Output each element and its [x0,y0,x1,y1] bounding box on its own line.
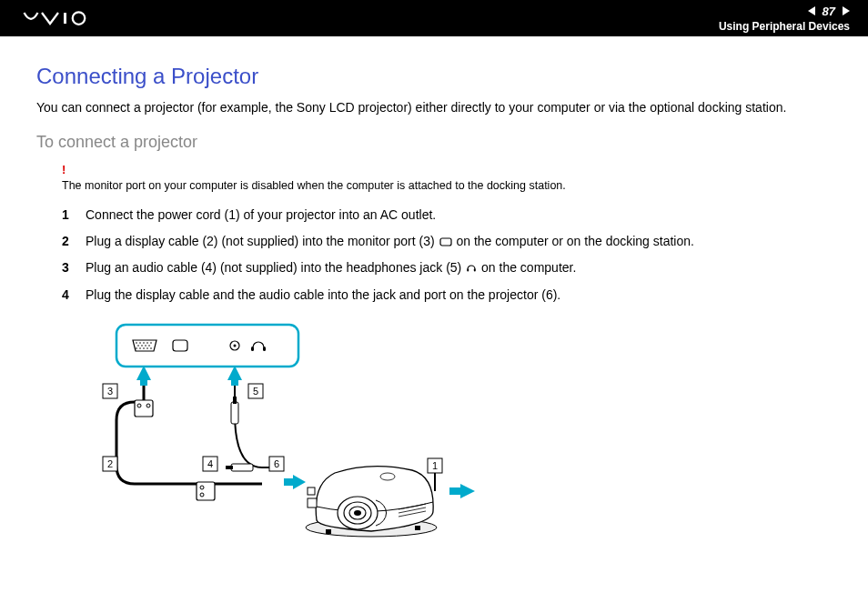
vaio-logo [18,10,109,26]
step-item: 2 Plug a display cable (2) (not supplied… [62,232,832,251]
svg-point-24 [234,344,237,347]
next-page-arrow-icon[interactable] [841,5,850,18]
svg-rect-60 [415,526,420,530]
diagram-label: 1 [432,460,438,471]
svg-rect-5 [467,269,469,272]
step-text: Plug an audio cable (4) (not supplied) i… [86,258,576,277]
svg-rect-36 [197,482,215,500]
svg-point-20 [146,347,148,349]
step-text: Plug the display cable and the audio cab… [86,286,560,304]
page-content: Connecting a Projector You can connect a… [0,36,868,575]
svg-point-12 [150,342,152,344]
svg-rect-41 [231,464,253,471]
svg-rect-22 [173,340,187,351]
step-text: Connect the power cord (1) of your proje… [86,206,436,224]
svg-point-1 [73,12,86,25]
svg-rect-28 [140,378,147,386]
warning-text: The monitor port on your computer is dis… [62,179,566,192]
diagram-label: 2 [107,458,113,469]
svg-marker-2 [808,6,815,15]
svg-rect-39 [231,402,238,424]
svg-point-21 [150,347,152,349]
svg-rect-25 [251,347,254,351]
step-number: 1 [62,206,73,224]
svg-rect-30 [231,378,238,386]
svg-point-10 [143,342,145,344]
svg-marker-29 [227,366,242,380]
warning-note: ! The monitor port on your computer is d… [62,163,832,193]
intro-paragraph: You can connect a projector (for example… [36,98,832,116]
connection-diagram: 3 5 [89,320,832,557]
svg-point-17 [136,347,137,349]
monitor-port-icon [439,233,452,251]
warning-mark-icon: ! [62,163,832,178]
svg-rect-0 [64,13,66,24]
step-list: 1 Connect the power cord (1) of your pro… [62,206,832,303]
page-number: 87 [823,5,835,18]
svg-rect-40 [233,397,237,404]
svg-rect-33 [135,400,153,417]
headphones-icon [466,259,477,277]
svg-rect-59 [326,529,331,534]
svg-rect-42 [226,466,233,469]
diagram-label: 5 [253,386,258,397]
svg-rect-4 [440,238,451,246]
svg-marker-3 [843,6,850,15]
svg-point-16 [148,345,150,347]
svg-point-52 [354,510,361,516]
subheading: To connect a projector [36,133,832,152]
svg-rect-46 [284,478,293,486]
page-title: Connecting a Projector [36,64,832,89]
svg-marker-27 [136,366,151,380]
svg-point-15 [145,345,146,347]
svg-rect-57 [308,498,317,507]
svg-marker-47 [293,475,306,489]
svg-rect-7 [116,325,298,367]
step-item: 4 Plug the display cable and the audio c… [62,286,832,304]
diagram-label: 4 [207,458,213,469]
section-name: Using Peripheral Devices [719,20,850,33]
diagram-label: 6 [274,458,279,469]
step-item: 1 Connect the power cord (1) of your pro… [62,206,832,224]
svg-point-14 [141,345,143,347]
page-navigation: 87 [808,5,850,18]
page-header: 87 Using Peripheral Devices [0,0,868,36]
svg-rect-62 [449,487,460,495]
svg-rect-58 [308,487,315,495]
svg-point-19 [143,347,145,349]
svg-point-11 [146,342,148,344]
svg-rect-26 [263,347,266,351]
step-item: 3 Plug an audio cable (4) (not supplied)… [62,258,832,277]
step-text: Plug a display cable (2) (not supplied) … [86,232,694,251]
diagram-label: 3 [107,386,113,397]
step-number: 3 [62,258,73,277]
svg-point-18 [139,347,141,349]
prev-page-arrow-icon[interactable] [808,5,817,18]
svg-point-8 [136,342,137,344]
step-number: 4 [62,286,73,304]
svg-marker-63 [460,484,475,498]
svg-rect-6 [474,269,476,272]
step-number: 2 [62,232,73,251]
svg-point-13 [137,345,139,347]
svg-point-9 [139,342,141,344]
